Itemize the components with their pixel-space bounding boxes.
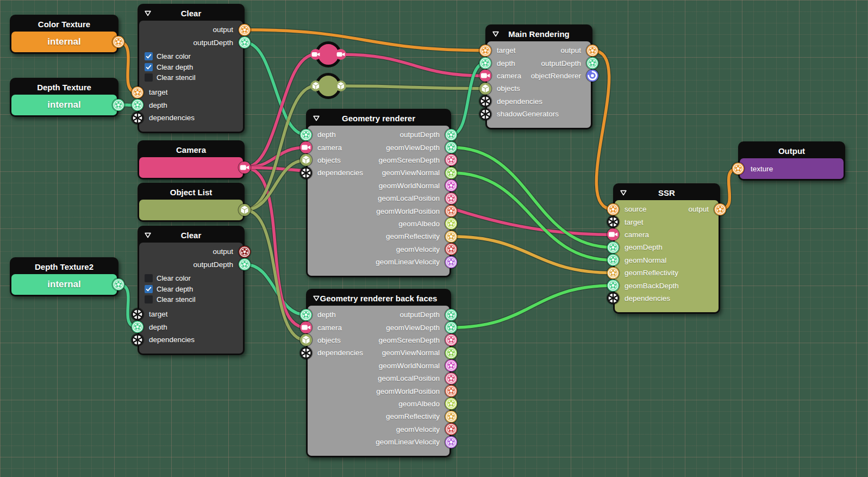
camera-elbow-node[interactable] — [315, 41, 341, 67]
node-graph-canvas[interactable]: Color Texture internal Depth Texture int… — [0, 0, 868, 477]
objects-input-port[interactable] — [479, 83, 491, 95]
geom-linear-velocity-port[interactable] — [445, 256, 457, 268]
camera-input-port[interactable] — [300, 141, 312, 153]
collapse-icon[interactable] — [144, 232, 152, 238]
objects-output-port[interactable] — [239, 204, 251, 216]
node-geometry-renderer-back-faces[interactable]: Geometry renderer back faces depth camer… — [306, 289, 451, 457]
geom-linear-velocity-port[interactable] — [445, 436, 457, 448]
objects-input-port[interactable] — [300, 334, 312, 346]
geom-world-position-port[interactable] — [445, 205, 457, 217]
collapse-icon[interactable] — [492, 31, 499, 37]
node-color-texture[interactable]: Color Texture internal — [10, 15, 118, 54]
geom-depth-input-port[interactable] — [607, 241, 619, 253]
geom-screen-depth-port[interactable] — [445, 154, 457, 166]
collapse-icon[interactable] — [313, 295, 320, 301]
camera-input-port[interactable] — [607, 228, 619, 240]
geom-velocity-port[interactable] — [445, 423, 457, 435]
camera-input-port[interactable] — [300, 321, 312, 333]
depth-input-port[interactable] — [132, 321, 143, 333]
geom-velocity-port[interactable] — [445, 243, 457, 255]
texture-output-port[interactable] — [113, 99, 124, 111]
dependencies-input-port[interactable] — [300, 347, 312, 359]
geom-view-normal-port[interactable] — [445, 167, 457, 179]
objects-elbow-input-port[interactable] — [310, 80, 321, 91]
objects-input-port[interactable] — [300, 154, 312, 166]
texture-output-port[interactable] — [113, 36, 124, 48]
objects-elbow-node[interactable] — [315, 73, 341, 99]
dependencies-input-port[interactable] — [132, 112, 143, 124]
geom-view-depth-port[interactable] — [445, 321, 457, 333]
output-port[interactable] — [714, 203, 726, 215]
node-depth-texture[interactable]: Depth Texture internal — [10, 78, 118, 117]
clear-stencil-checkbox[interactable] — [145, 73, 153, 82]
target-input-port[interactable] — [607, 216, 619, 228]
clear-stencil-checkbox[interactable] — [145, 295, 153, 303]
node-clear-1[interactable]: Clear output outputDepth Clear color Cle… — [138, 4, 245, 133]
clear-color-checkbox[interactable] — [145, 274, 153, 282]
output-depth-port[interactable] — [239, 258, 251, 270]
collapse-icon[interactable] — [620, 190, 627, 196]
clear-color-checkbox[interactable] — [145, 52, 153, 60]
output-depth-port[interactable] — [445, 129, 457, 141]
clear-depth-checkbox[interactable] — [145, 285, 153, 293]
dependencies-input-port[interactable] — [300, 167, 312, 179]
node-camera[interactable]: Camera — [138, 140, 245, 179]
node-depth-texture2[interactable]: Depth Texture2 internal — [10, 257, 118, 296]
wire-backfaces.geomViewDepth-to-ssr.geomBackDepth[interactable] — [451, 286, 613, 327]
geom-view-depth-port[interactable] — [445, 141, 457, 153]
output-depth-port[interactable] — [445, 309, 457, 321]
camera-input-port[interactable] — [479, 70, 491, 82]
target-input-port[interactable] — [132, 308, 143, 320]
collapse-icon[interactable] — [313, 115, 320, 121]
depth-input-port[interactable] — [479, 57, 491, 69]
wire-clear1.output-to-main.target[interactable] — [245, 30, 485, 51]
output-port[interactable] — [239, 24, 251, 36]
source-input-port[interactable] — [607, 203, 619, 215]
wire-colorTexture.internal-to-clear1.target[interactable] — [118, 42, 138, 92]
output-depth-port[interactable] — [239, 36, 251, 48]
collapse-icon[interactable] — [144, 10, 152, 16]
shadow-generators-input-port[interactable] — [479, 108, 491, 120]
dependencies-input-port[interactable] — [479, 95, 491, 107]
node-main-rendering[interactable]: Main Rendering target depth camera objec… — [485, 24, 592, 129]
dependencies-input-port[interactable] — [132, 334, 143, 346]
node-output[interactable]: Output texture — [738, 141, 845, 181]
geom-albedo-port[interactable] — [445, 218, 457, 230]
camera-elbow-input-port[interactable] — [310, 49, 321, 60]
output-depth-port[interactable] — [586, 57, 598, 69]
output-port[interactable] — [586, 45, 598, 57]
depth-input-port[interactable] — [132, 99, 143, 111]
depth-input-port[interactable] — [300, 309, 312, 321]
texture-input-port[interactable] — [732, 163, 744, 175]
clear-depth-checkbox[interactable] — [145, 63, 153, 71]
dependencies-input-port[interactable] — [607, 292, 619, 304]
target-input-port[interactable] — [479, 45, 491, 57]
geom-world-position-port[interactable] — [445, 385, 457, 397]
geom-view-normal-port[interactable] — [445, 347, 457, 359]
target-input-port[interactable] — [132, 86, 143, 98]
camera-output-port[interactable] — [239, 162, 251, 174]
output-port[interactable] — [239, 246, 251, 258]
node-clear-2[interactable]: Clear output outputDepth Clear color Cle… — [138, 226, 245, 355]
geom-reflectivity-port[interactable] — [445, 231, 457, 243]
geom-normal-input-port[interactable] — [607, 254, 619, 266]
geom-local-position-port[interactable] — [445, 193, 457, 205]
texture-output-port[interactable] — [113, 278, 124, 290]
objects-elbow-output-port[interactable] — [335, 80, 346, 91]
camera-elbow-output-port[interactable] — [335, 49, 346, 60]
geom-world-normal-port[interactable] — [445, 360, 457, 371]
geom-reflectivity-port[interactable] — [445, 411, 457, 423]
node-object-list[interactable]: Object List — [138, 183, 245, 222]
node-geometry-renderer[interactable]: Geometry renderer depth camera objects d… — [306, 109, 451, 277]
geom-world-normal-port[interactable] — [445, 179, 457, 191]
geom-albedo-port[interactable] — [445, 398, 457, 410]
node-ssr[interactable]: SSR source target camera geomDepth geomN… — [613, 183, 720, 314]
geom-local-position-port[interactable] — [445, 373, 457, 385]
geom-back-depth-input-port[interactable] — [607, 280, 619, 292]
depth-input-port[interactable] — [300, 129, 312, 141]
geom-reflectivity-input-port[interactable] — [607, 267, 619, 279]
wire-elbowCam.out-to-main.camera[interactable] — [341, 54, 485, 76]
wire-camera.output-to-backfaces.camera[interactable] — [245, 168, 306, 327]
object-renderer-port[interactable] — [586, 70, 598, 82]
geom-screen-depth-port[interactable] — [445, 334, 457, 346]
